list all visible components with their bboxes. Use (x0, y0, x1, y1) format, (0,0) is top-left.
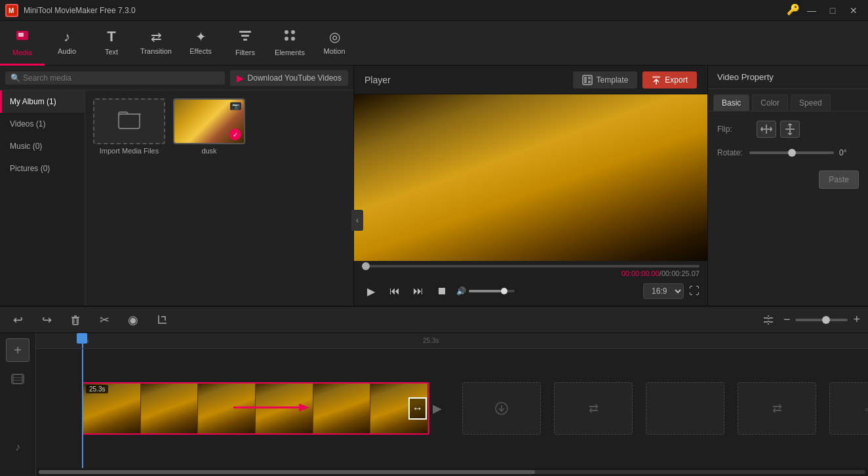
ruler-mark-mid: 25.3s (423, 337, 439, 344)
rotate-row: Rotate: 0° (717, 148, 859, 157)
nav-item-music[interactable]: Music (0) (0, 135, 85, 157)
aspect-ratio-select[interactable]: 16:9 4:3 1:1 9:16 (643, 283, 684, 299)
placeholder-arrow-5: ◁ (865, 403, 868, 415)
property-content: Flip: (708, 111, 868, 306)
placeholder-clip-1[interactable] (462, 382, 541, 435)
zoom-slider[interactable] (795, 319, 848, 321)
download-youtube-button[interactable]: ▶ Download YouTube Videos (230, 70, 348, 86)
scrollbar-thumb[interactable] (39, 470, 535, 474)
timeline-redo-button[interactable]: ↪ (37, 310, 56, 330)
add-media-button[interactable]: + (6, 338, 30, 362)
toolbar-item-elements[interactable]: Elements (267, 21, 312, 66)
svg-text:M: M (9, 7, 14, 14)
effects-label: Effects (189, 47, 211, 55)
zoom-out-button[interactable]: − (783, 313, 791, 327)
window-controls: 🔑 — □ ✕ (787, 3, 863, 18)
flip-row: Flip: (717, 121, 859, 138)
title-bar: M MiniTool MovieMaker Free 7.3.0 🔑 — □ ✕ (0, 0, 868, 21)
split-tracks-button[interactable] (759, 310, 778, 330)
toolbar-item-transition[interactable]: ⇄ Transition (134, 21, 178, 66)
pictures-label: Pictures (0) (10, 164, 50, 173)
prev-frame-button[interactable]: ⏮ (385, 282, 404, 300)
key-icon[interactable]: 🔑 (787, 3, 800, 18)
toolbar-item-media[interactable]: Media (0, 21, 45, 66)
dusk-clip-tile[interactable]: 📷 ✓ dusk (173, 98, 245, 155)
placeholder-clip-5[interactable]: ◁ (829, 382, 868, 435)
timeline-crop-button[interactable] (152, 310, 172, 330)
tab-color[interactable]: Color (752, 94, 788, 111)
volume-slider[interactable]: 🔊 (456, 287, 515, 296)
next-frame-button[interactable]: ⏭ (409, 282, 427, 300)
timeline-side: + ♪ (0, 333, 36, 476)
nav-item-my-album[interactable]: My Album (1) (0, 90, 85, 113)
flip-vertical-button[interactable] (780, 121, 800, 138)
close-button[interactable]: ✕ (844, 3, 863, 18)
volume-bar[interactable] (469, 290, 515, 292)
placeholder-clip-2[interactable]: ⇄ (554, 382, 633, 435)
tab-speed[interactable]: Speed (791, 94, 831, 111)
search-box[interactable]: 🔍 (5, 71, 225, 85)
toolbar-item-effects[interactable]: ✦ Effects (178, 21, 223, 66)
video-track[interactable]: 25.3s (36, 349, 868, 468)
tab-basic[interactable]: Basic (713, 94, 749, 111)
flip-horizontal-button[interactable] (757, 121, 776, 138)
minimize-button[interactable]: — (802, 3, 821, 18)
toolbar-item-audio[interactable]: ♪ Audio (45, 21, 89, 66)
scrubber-bar[interactable] (362, 265, 700, 268)
maximize-button[interactable]: □ (823, 3, 842, 18)
videos-label: Videos (1) (10, 119, 45, 129)
flip-v-icon (784, 123, 796, 135)
nav-item-videos[interactable]: Videos (1) (0, 113, 85, 135)
audio-icon: ♪ (64, 30, 70, 45)
filters-icon (238, 28, 252, 46)
player-scrubber[interactable]: 00:00:00.00 / 00:00:25.07 (354, 261, 707, 279)
volume-thumb[interactable] (501, 288, 507, 294)
app-title: MiniTool MovieMaker Free 7.3.0 (24, 6, 787, 15)
horizontal-scrollbar[interactable] (39, 470, 865, 474)
nav-item-pictures[interactable]: Pictures (0) (0, 157, 85, 180)
placeholder-clip-3[interactable] (646, 382, 724, 435)
player-controls: ▶ ⏮ ⏭ ⏹ 🔊 16:9 4:3 1:1 9:16 ⛶ (354, 279, 707, 306)
export-button[interactable]: Export (642, 71, 697, 89)
video-property-header: Video Property (708, 66, 868, 89)
toolbar-item-text[interactable]: T Text (89, 21, 134, 66)
trim-handle[interactable]: ↔ (408, 397, 427, 420)
template-button[interactable]: Template (573, 71, 638, 89)
paste-button[interactable]: Paste (819, 170, 859, 189)
rotate-controls: 0° (749, 148, 859, 157)
elements-icon (283, 28, 297, 46)
speed-tab-label: Speed (799, 98, 822, 108)
rotate-slider[interactable] (749, 151, 834, 154)
video-track-icon-btn (6, 367, 30, 391)
collapse-panel-button[interactable]: ‹ (351, 210, 363, 231)
fullscreen-button[interactable]: ⛶ (689, 285, 700, 297)
play-button[interactable]: ▶ (362, 282, 380, 300)
scrubber-thumb[interactable] (362, 262, 370, 270)
timeline-undo-button[interactable]: ↩ (8, 310, 28, 330)
timeline-audio-button[interactable]: ◉ (123, 310, 143, 330)
rotate-label: Rotate: (717, 148, 749, 157)
timeline-cut-button[interactable]: ✂ (94, 310, 114, 330)
effects-icon: ✦ (195, 29, 207, 45)
timeline-delete-button[interactable] (66, 310, 85, 330)
text-icon: T (107, 28, 115, 45)
media-icon (15, 28, 30, 46)
crop-icon (156, 314, 168, 326)
stop-button[interactable]: ⏹ (433, 282, 451, 300)
timeline-scrollbar[interactable] (36, 468, 868, 476)
import-folder-icon (117, 108, 141, 136)
zoom-in-button[interactable]: + (853, 313, 860, 327)
flip-buttons (757, 121, 800, 138)
svg-rect-15 (588, 81, 591, 83)
import-media-tile[interactable]: Import Media Files (93, 98, 165, 155)
timeline-tracks[interactable]: 0s 25.3s 25.3s (36, 333, 868, 476)
player-actions: Template Export (573, 71, 697, 89)
placeholder-arrow-4: ⇄ (772, 401, 782, 416)
search-input[interactable] (23, 73, 102, 83)
placeholder-clip-4[interactable]: ⇄ (738, 382, 816, 435)
toolbar-item-motion[interactable]: ◎ Motion (312, 21, 357, 66)
clip-frame-2 (141, 384, 199, 433)
dusk-label: dusk (201, 147, 216, 155)
toolbar-item-filters[interactable]: Filters (223, 21, 267, 66)
video-clip[interactable]: 25.3s (82, 382, 429, 435)
